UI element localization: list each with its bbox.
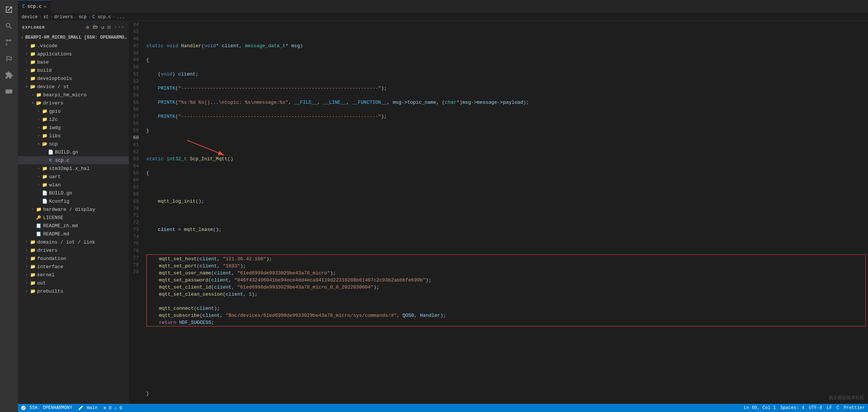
status-bar: SSH: OPENHARMONY main ⊗ 0 ⚠ 0 Ln 60, Col… (18, 404, 868, 412)
more-icon[interactable]: ··· (114, 24, 124, 30)
uart-arrow (36, 174, 42, 180)
sidebar-item-developtools[interactable]: 📁 developtools (18, 74, 129, 83)
explorer-icon[interactable] (2, 3, 16, 16)
status-line-ending[interactable]: LF (827, 405, 832, 411)
bearpi-label: bearpi_hm_micro (43, 92, 87, 98)
sidebar-item-applications[interactable]: 📁 applications (18, 50, 129, 58)
status-formatter[interactable]: Prettier (843, 405, 865, 411)
status-spaces[interactable]: Spaces: 4 (780, 405, 804, 411)
status-position[interactable]: Ln 60, Col 1 (744, 405, 776, 411)
device-st-arrow (24, 84, 30, 90)
sidebar-item-build[interactable]: 📁 build (18, 66, 129, 74)
collapse-icon[interactable]: ⊟ (107, 24, 111, 30)
libs-arrow (36, 133, 42, 139)
status-language[interactable]: C (836, 405, 839, 411)
applications-folder-icon: 📁 (30, 51, 36, 57)
build-folder-icon: 📁 (30, 67, 36, 73)
sidebar-item-stm32[interactable]: 📁 stm32mp1.x_hal (18, 164, 129, 173)
bearpi-arrow (30, 92, 36, 98)
tab-close-button[interactable]: ✕ (44, 4, 46, 9)
build-label: build (37, 68, 52, 73)
build-gn-arrow (42, 149, 48, 155)
uart-folder-icon: 📁 (42, 174, 48, 180)
developtools-arrow (24, 75, 30, 81)
sidebar-item-device-st[interactable]: 📂 device / st (18, 83, 129, 91)
scp-folder-icon: 📂 (42, 141, 48, 147)
sidebar-item-uart[interactable]: 📁 uart (18, 173, 129, 181)
tab-scp-c[interactable]: C scp.c ✕ (18, 0, 51, 13)
readme-zh-label: README_zh.md (43, 223, 78, 229)
hardware-folder-icon: 📁 (36, 206, 42, 212)
refresh-icon[interactable]: ↺ (101, 24, 104, 30)
developtools-folder-icon: 📁 (30, 75, 36, 81)
sidebar-item-interface[interactable]: 📁 interface (18, 263, 129, 271)
remote-icon[interactable] (2, 85, 16, 98)
drivers2-arrow (24, 247, 30, 253)
sidebar-item-vscode[interactable]: 📁 .vscode (18, 42, 129, 50)
interface-label: interface (37, 264, 63, 270)
readme-icon: 📃 (36, 231, 42, 237)
stm32-folder-icon: 📁 (42, 165, 48, 171)
sidebar-item-readme[interactable]: 📃 README.md (18, 230, 129, 238)
uart-label: uart (49, 174, 61, 180)
sidebar-item-drivers2[interactable]: 📁 drivers (18, 246, 129, 254)
run-icon[interactable] (2, 52, 16, 65)
sidebar-item-scp[interactable]: 📂 scp (18, 140, 129, 148)
sidebar-actions: ⊕ 🗁 ↺ ⊟ ··· (86, 24, 124, 30)
status-encoding[interactable]: UTF-8 (809, 405, 822, 411)
foundation-label: foundation (37, 256, 66, 261)
sidebar-item-hardware-display[interactable]: 📁 hardware / display (18, 205, 129, 213)
drivers2-folder-icon: 📁 (30, 247, 36, 253)
vscode-label: .vscode (37, 43, 58, 49)
new-file-icon[interactable]: ⊕ (86, 24, 89, 30)
domains-label: domains / iot / link (37, 239, 95, 245)
hardware-arrow (30, 206, 36, 212)
new-folder-icon[interactable]: 🗁 (93, 24, 98, 30)
line-numbers: 44 45 46 47 48 49 50 51 52 53 54 55 (129, 21, 145, 404)
sidebar-item-foundation[interactable]: 📁 foundation (18, 254, 129, 263)
sidebar-item-bearpi[interactable]: 📁 bearpi_hm_micro (18, 91, 129, 99)
tree-root[interactable]: BEARPI-HM_MICRO_SMALL [SSH: OPENHARMONY] (18, 33, 129, 42)
developtools-label: developtools (37, 76, 72, 81)
readme-zh-icon: 📃 (36, 223, 42, 229)
tab-c-icon: C (22, 4, 25, 9)
sidebar-item-prebuilts[interactable]: 📁 prebuilts (18, 287, 129, 295)
sidebar-item-license[interactable]: 🔑 LICENSE (18, 213, 129, 222)
sidebar-item-drivers[interactable]: 📂 drivers (18, 99, 129, 107)
gpio-label: gpio (49, 109, 61, 114)
sidebar-item-iwdg[interactable]: 📁 iwdg (18, 123, 129, 132)
sidebar-item-out[interactable]: 📁 out (18, 279, 129, 287)
build-gn2-arrow (36, 190, 42, 196)
sidebar-item-readme-zh[interactable]: 📃 README_zh.md (18, 222, 129, 230)
sidebar-item-wlan[interactable]: 📁 wlan (18, 181, 129, 189)
tree-root-label: BEARPI-HM_MICRO_SMALL [SSH: OPENHARMONY] (25, 35, 129, 40)
extensions-icon[interactable] (2, 68, 16, 82)
sidebar-item-kernel[interactable]: 📁 kernel (18, 271, 129, 279)
status-branch[interactable]: main (78, 405, 97, 411)
sidebar-item-build-gn2[interactable]: 📄 BUILD.gn (18, 189, 129, 197)
sidebar-item-i2c[interactable]: 📁 i2c (18, 115, 129, 123)
iwdg-arrow (36, 125, 42, 131)
build-gn2-icon: 📄 (42, 190, 48, 196)
search-icon[interactable] (2, 19, 16, 33)
i2c-arrow (36, 116, 42, 122)
sidebar-item-libs[interactable]: 📁 libs (18, 132, 129, 140)
readme-zh-arrow (30, 223, 36, 229)
readme-label: README.md (43, 231, 69, 237)
license-arrow (30, 215, 36, 221)
sidebar-item-build-gn[interactable]: 📄 BUILD.gn (18, 148, 129, 156)
status-ssh[interactable]: SSH: OPENHARMONY (21, 405, 72, 411)
sidebar-item-kconfig[interactable]: 📄 Kconfig (18, 197, 129, 205)
sidebar-item-base[interactable]: 📁 base (18, 58, 129, 66)
code-area[interactable]: 44 45 46 47 48 49 50 51 52 53 54 55 (129, 21, 868, 404)
scp-arrow (36, 141, 42, 147)
out-label: out (37, 280, 46, 286)
vscode-arrow (24, 43, 30, 49)
iwdg-label: iwdg (49, 125, 61, 131)
foundation-folder-icon: 📁 (30, 255, 36, 261)
sidebar-item-gpio[interactable]: 📁 gpio (18, 107, 129, 115)
breadcrumb: device › st › drivers › scp › C scp.c › … (18, 13, 868, 21)
sidebar-item-domains[interactable]: 📁 domains / iot / link (18, 238, 129, 246)
sidebar-item-scp-c[interactable]: C scp.c (18, 156, 129, 164)
source-control-icon[interactable] (2, 36, 16, 49)
